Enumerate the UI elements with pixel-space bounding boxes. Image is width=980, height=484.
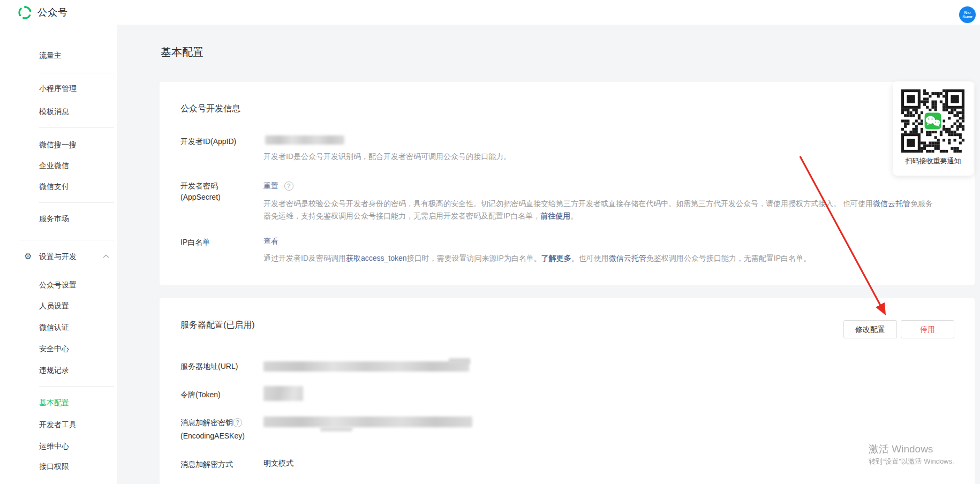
sidebar-item-account-settings[interactable]: 公众号设置 — [39, 279, 77, 290]
appsecret-desc-text: 开发者密码是校验公众号开发者身份的密码，具有极高的安全性。切记勿把密码直接交给第… — [263, 199, 873, 208]
server-url-value-redacted — [263, 361, 469, 372]
sidebar-item-mini-program[interactable]: 小程序管理 — [39, 83, 77, 94]
token-label: 令牌(Token) — [180, 389, 221, 400]
chevron-up-icon[interactable] — [103, 254, 109, 259]
aeskey-help-icon[interactable]: ? — [233, 418, 242, 427]
sidebar-item-security-center[interactable]: 安全中心 — [39, 343, 69, 354]
top-header: 公众号 Niu Shop — [0, 0, 980, 25]
sidebar: 流量主 小程序管理 模板消息 微信搜一搜 企业微信 微信支付 服务市场 ⚙ 设置… — [0, 25, 117, 484]
ip-whitelist-desc: 通过开发者ID及密码调用获取access_token接口时，需要设置访问来源IP… — [263, 252, 811, 264]
sidebar-item-api-permissions[interactable]: 接口权限 — [39, 461, 69, 472]
sidebar-divider — [39, 202, 114, 203]
gear-icon: ⚙ — [24, 251, 32, 262]
sidebar-item-template-message[interactable]: 模板消息 — [39, 106, 69, 117]
developer-info-card: 公众号开发信息 开发者ID(AppID) 开发者ID是公众号开发识别码，配合开发… — [160, 82, 975, 285]
ip-desc-text2: 接口时，需要设置访问来源IP为白名单。 — [407, 254, 541, 262]
appid-label: 开发者ID(AppID) — [180, 136, 236, 147]
sidebar-item-wechat-search[interactable]: 微信搜一搜 — [39, 139, 77, 150]
sidebar-item-developer-tools[interactable]: 开发者工具 — [39, 419, 77, 430]
ip-desc-text4: 免鉴权调用公众号接口能力，无需配置IP白名单。 — [646, 254, 811, 262]
get-access-token-link[interactable]: 获取access_token — [346, 254, 407, 262]
sidebar-section-divider — [20, 240, 114, 240]
sidebar-item-basic-config[interactable]: 基本配置 — [39, 397, 69, 408]
sidebar-item-service-market[interactable]: 服务市场 — [39, 213, 69, 224]
go-use-link[interactable]: 前往使用 — [540, 211, 570, 220]
sidebar-item-traffic[interactable]: 流量主 — [39, 50, 62, 61]
windows-activation-watermark: 激活 Windows 转到“设置”以激活 Windows。 — [869, 442, 959, 467]
aeskey-label-line2: (EncodingAESKey) — [180, 430, 245, 442]
sidebar-group-settings-dev[interactable]: 设置与开发 — [39, 251, 77, 262]
token-value-redacted — [263, 386, 303, 401]
wechat-mp-basic-config-page: 公众号 Niu Shop 流量主 小程序管理 模板消息 微信搜一搜 企业微信 微… — [0, 0, 980, 484]
brand: 公众号 — [18, 5, 68, 20]
watermark-line1: 激活 Windows — [869, 442, 959, 456]
appsecret-desc-end: 。 — [570, 211, 578, 220]
watermark-line2: 转到“设置”以激活 Windows。 — [869, 456, 959, 467]
appid-desc: 开发者ID是公众号开发识别码，配合开发者密码可调用公众号的接口能力。 — [263, 150, 511, 163]
qr-code — [901, 89, 964, 153]
appsecret-label: 开发者密码(AppSecret) — [180, 180, 251, 203]
account-avatar[interactable]: Niu Shop — [959, 6, 976, 23]
developer-info-title: 公众号开发信息 — [180, 103, 240, 115]
qr-caption: 扫码接收重要通知 — [893, 156, 974, 166]
ip-whitelist-label: IP白名单 — [180, 237, 210, 248]
ip-desc-text1: 通过开发者ID及密码调用 — [263, 254, 346, 262]
aeskey-label: 消息加解密密钥? — [180, 417, 242, 428]
view-ip-whitelist-link[interactable]: 查看 — [263, 237, 278, 246]
sidebar-item-violation-records[interactable]: 违规记录 — [39, 365, 69, 375]
aeskey-label-text: 消息加解密密钥 — [180, 418, 233, 427]
sidebar-item-wechat-verification[interactable]: 微信认证 — [39, 322, 69, 332]
sidebar-item-staff-settings[interactable]: 人员设置 — [39, 300, 69, 311]
disable-button[interactable]: 停用 — [901, 320, 954, 338]
qr-notification-panel: 扫码接收重要通知 — [893, 81, 974, 176]
sidebar-item-work-wechat[interactable]: 企业微信 — [39, 160, 69, 171]
server-url-label: 服务器地址(URL) — [180, 361, 238, 372]
brand-name: 公众号 — [37, 6, 68, 19]
sidebar-divider — [39, 73, 114, 73]
wechat-cloud-link[interactable]: 微信云托管 — [873, 199, 910, 208]
wechat-cloud-link[interactable]: 微信云托管 — [609, 254, 646, 262]
wechat-mp-logo-icon — [18, 5, 32, 20]
aeskey-value-redacted-patch — [320, 427, 352, 432]
learn-more-link[interactable]: 了解更多 — [541, 254, 571, 262]
sidebar-divider — [39, 127, 114, 128]
sidebar-item-wechat-pay[interactable]: 微信支付 — [39, 181, 69, 192]
server-config-title: 服务器配置(已启用) — [180, 320, 255, 331]
modify-config-button[interactable]: 修改配置 — [843, 320, 897, 338]
server-url-value-redacted-tail — [449, 358, 470, 364]
appsecret-help-icon[interactable]: ? — [284, 182, 293, 191]
ip-desc-text3: 。也可使用 — [571, 254, 609, 262]
reset-appsecret-link[interactable]: 重置 — [263, 182, 278, 190]
avatar-text-line2: Shop — [962, 15, 972, 19]
sidebar-divider — [39, 386, 114, 387]
sidebar-item-ops-center[interactable]: 运维中心 — [39, 441, 69, 451]
page-title: 基本配置 — [161, 45, 203, 59]
encrypt-mode-value: 明文模式 — [263, 459, 293, 468]
server-config-card: 服务器配置(已启用) 修改配置 停用 服务器地址(URL) 令牌(Token) … — [160, 298, 975, 484]
aeskey-value-redacted — [263, 417, 472, 427]
appsecret-desc: 开发者密码是校验公众号开发者身份的密码，具有极高的安全性。切记勿把密码直接交给第… — [263, 198, 933, 222]
appid-value-redacted — [265, 135, 344, 145]
encrypt-mode-label: 消息加解密方式 — [180, 459, 233, 470]
